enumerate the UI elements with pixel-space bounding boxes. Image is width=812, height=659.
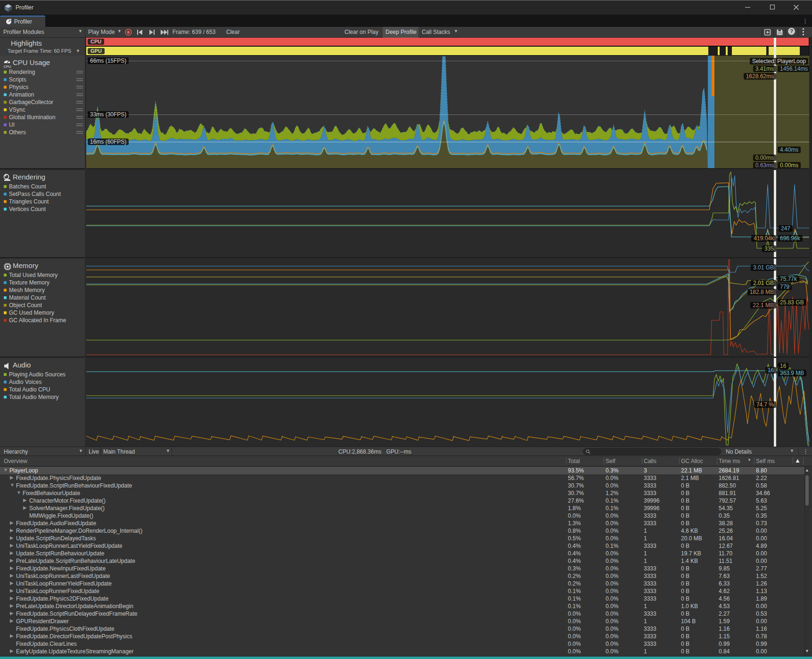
svg-text:CPU: CPU [4, 65, 11, 69]
